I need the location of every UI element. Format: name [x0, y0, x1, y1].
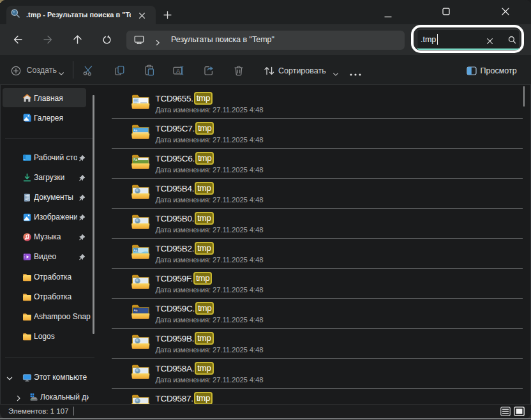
svg-text:A: A — [176, 68, 180, 74]
svg-text:Aa: Aa — [133, 128, 137, 131]
svg-text:Aa: Aa — [133, 158, 137, 161]
svg-text:Aa: Aa — [133, 308, 137, 311]
svg-text:Aa: Aa — [133, 248, 137, 251]
